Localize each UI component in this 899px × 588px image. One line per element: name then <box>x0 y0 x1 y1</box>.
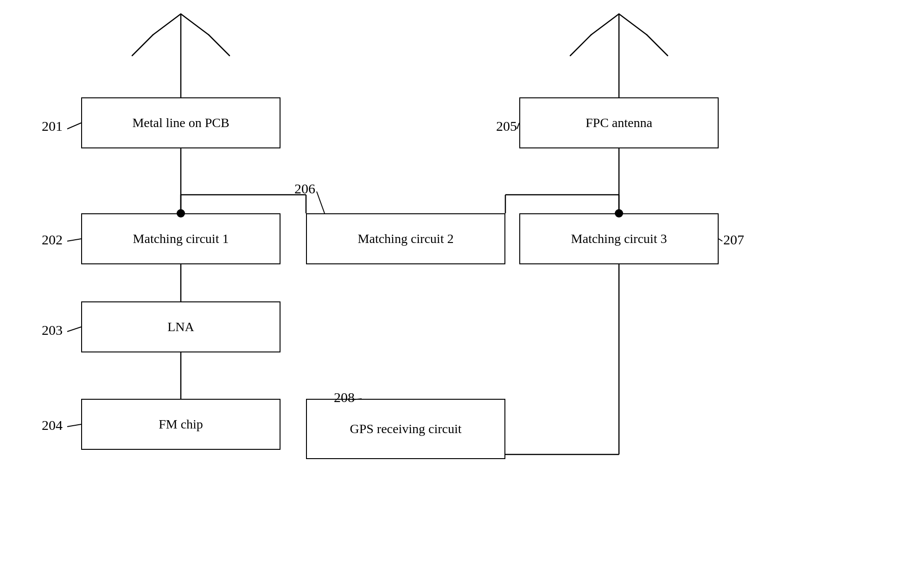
box-lna: LNA <box>81 301 281 352</box>
svg-line-25 <box>67 424 81 427</box>
box-metal-line-pcb: Metal line on PCB <box>81 97 281 148</box>
box-matching-circuit-2-label: Matching circuit 2 <box>358 231 454 246</box>
svg-line-28 <box>719 239 722 241</box>
box-gps-receiving-circuit-label: GPS receiving circuit <box>350 422 461 436</box>
box-lna-label: LNA <box>167 320 194 334</box>
box-fm-chip: FM chip <box>81 399 281 450</box>
ref-label-203: 203 <box>42 322 63 338</box>
ref-label-202: 202 <box>42 232 63 248</box>
box-fm-chip-label: FM chip <box>159 417 203 432</box>
ref-label-207: 207 <box>723 232 744 248</box>
svg-line-3 <box>132 35 153 56</box>
ref-label-206: 206 <box>294 181 315 197</box>
circuit-lines <box>0 0 899 588</box>
box-metal-line-pcb-label: Metal line on PCB <box>132 115 229 130</box>
junction-dot-1 <box>177 209 185 217</box>
box-matching-circuit-3-label: Matching circuit 3 <box>571 231 667 246</box>
circuit-diagram: Metal line on PCB Matching circuit 1 LNA… <box>0 0 899 588</box>
box-matching-circuit-3: Matching circuit 3 <box>519 213 719 264</box>
box-matching-circuit-1: Matching circuit 1 <box>81 213 281 264</box>
box-matching-circuit-2: Matching circuit 2 <box>306 213 505 264</box>
box-fpc-antenna-label: FPC antenna <box>586 115 652 130</box>
svg-line-23 <box>67 239 81 241</box>
svg-line-8 <box>570 35 591 56</box>
svg-line-6 <box>591 14 619 35</box>
svg-line-4 <box>209 35 230 56</box>
ref-label-201: 201 <box>42 118 63 134</box>
svg-line-1 <box>153 14 181 35</box>
svg-line-24 <box>67 327 81 332</box>
svg-line-7 <box>619 14 647 35</box>
ref-label-205: 205 <box>496 118 517 134</box>
svg-line-22 <box>67 123 81 129</box>
box-fpc-antenna: FPC antenna <box>519 97 719 148</box>
svg-line-2 <box>181 14 209 35</box>
leader-lines <box>0 0 899 588</box>
box-matching-circuit-1-label: Matching circuit 1 <box>133 231 229 246</box>
ref-label-204: 204 <box>42 417 63 433</box>
svg-line-9 <box>647 35 668 56</box>
junction-dot-2 <box>615 209 623 217</box>
ref-label-208: 208 <box>334 390 355 405</box>
box-gps-receiving-circuit: GPS receiving circuit <box>306 399 505 459</box>
svg-line-27 <box>317 192 325 213</box>
